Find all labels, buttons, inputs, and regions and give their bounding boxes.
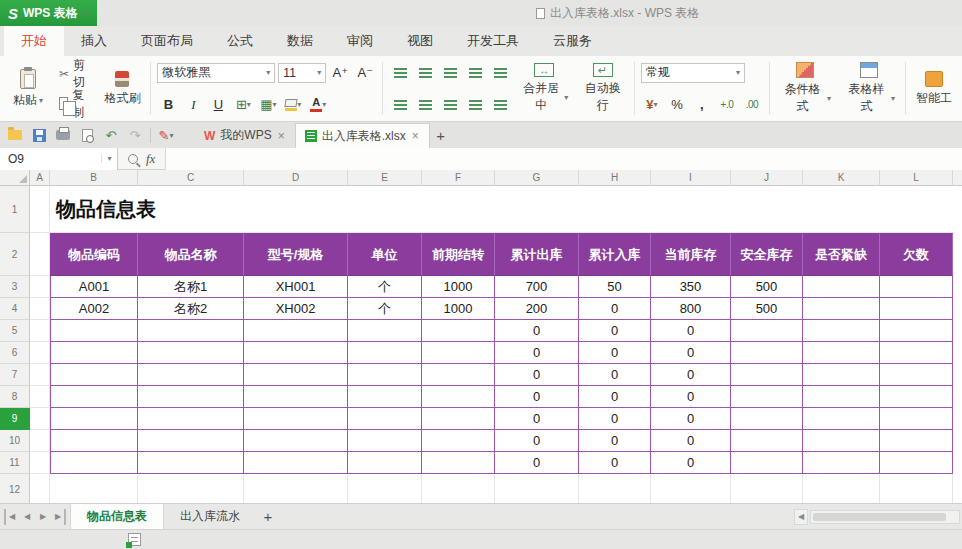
row-header[interactable]: 5 xyxy=(0,320,30,342)
cell[interactable] xyxy=(138,364,244,386)
align-right-button[interactable] xyxy=(439,95,461,115)
cell[interactable] xyxy=(803,298,880,320)
cell[interactable] xyxy=(880,474,953,503)
cell[interactable] xyxy=(422,430,495,452)
sheet-tab[interactable]: 物品信息表 xyxy=(70,504,164,529)
menu-tab[interactable]: 开发工具 xyxy=(450,26,536,56)
cell[interactable] xyxy=(50,430,138,452)
menu-tab[interactable]: 插入 xyxy=(64,26,124,56)
cell[interactable]: 0 xyxy=(579,386,651,408)
cell[interactable]: 0 xyxy=(579,452,651,474)
menu-tab[interactable]: 数据 xyxy=(270,26,330,56)
insert-function-button[interactable]: fx xyxy=(146,151,155,167)
wrap-text-button[interactable]: ↵ 自动换行 xyxy=(577,60,628,118)
row-header[interactable]: 8 xyxy=(0,386,30,408)
cell[interactable] xyxy=(50,452,138,474)
align-left-button[interactable] xyxy=(389,95,411,115)
cell[interactable] xyxy=(30,452,50,474)
table-header-cell[interactable]: 物品编码 xyxy=(50,233,138,276)
cell[interactable] xyxy=(651,474,731,503)
cell[interactable] xyxy=(803,430,880,452)
underline-button[interactable]: U xyxy=(207,95,229,115)
cell[interactable]: 个 xyxy=(348,298,422,320)
previous-sheet-button[interactable]: ◀ xyxy=(20,509,34,525)
cell[interactable] xyxy=(50,408,138,430)
cell[interactable] xyxy=(422,452,495,474)
scroll-left-button[interactable]: ◀ xyxy=(794,509,808,525)
cell[interactable] xyxy=(579,474,651,503)
cell[interactable] xyxy=(138,430,244,452)
cell[interactable] xyxy=(244,364,348,386)
cell[interactable]: 名称2 xyxy=(138,298,244,320)
cell[interactable] xyxy=(880,452,953,474)
cell[interactable] xyxy=(422,364,495,386)
sheet-tab[interactable]: 出入库流水 xyxy=(164,504,256,529)
cell[interactable] xyxy=(731,320,803,342)
decrease-font-size-button[interactable]: A⁻ xyxy=(354,63,376,83)
cell[interactable]: 0 xyxy=(495,342,579,364)
cell[interactable] xyxy=(30,276,50,298)
cell[interactable]: 50 xyxy=(579,276,651,298)
cell[interactable] xyxy=(30,233,50,276)
cell[interactable] xyxy=(348,320,422,342)
cell[interactable] xyxy=(880,276,953,298)
cell[interactable]: 700 xyxy=(495,276,579,298)
cell[interactable]: 500 xyxy=(731,298,803,320)
conditional-format-button[interactable]: 条件格式▾ xyxy=(776,60,835,118)
zoom-icon[interactable] xyxy=(128,154,138,164)
name-box[interactable]: O9 ▾ xyxy=(0,148,118,170)
cell[interactable] xyxy=(880,430,953,452)
cell[interactable] xyxy=(50,342,138,364)
cell[interactable] xyxy=(50,386,138,408)
cell[interactable] xyxy=(731,386,803,408)
cell[interactable]: A002 xyxy=(50,298,138,320)
column-header[interactable]: K xyxy=(803,170,880,186)
font-size-select[interactable]: 11 ▾ xyxy=(278,63,326,83)
cell[interactable] xyxy=(244,320,348,342)
menu-tab[interactable]: 开始 xyxy=(4,26,64,56)
document-tab[interactable]: 出入库表格.xlsx× xyxy=(295,123,430,148)
column-header[interactable]: B xyxy=(50,170,138,186)
table-status-icon[interactable] xyxy=(128,533,141,546)
cell[interactable] xyxy=(880,386,953,408)
sheet-title-cell[interactable]: 物品信息表 xyxy=(50,186,953,233)
cell[interactable] xyxy=(30,342,50,364)
first-sheet-button[interactable]: ◀ xyxy=(4,509,18,525)
cell[interactable] xyxy=(731,452,803,474)
cell[interactable]: A001 xyxy=(50,276,138,298)
cell[interactable]: 0 xyxy=(495,430,579,452)
print-preview-button[interactable] xyxy=(78,126,96,144)
cell[interactable] xyxy=(348,474,422,503)
cell[interactable] xyxy=(30,298,50,320)
cell[interactable] xyxy=(30,408,50,430)
cell[interactable]: 0 xyxy=(651,452,731,474)
cell[interactable]: 0 xyxy=(579,364,651,386)
table-header-cell[interactable]: 单位 xyxy=(348,233,422,276)
cell[interactable]: 0 xyxy=(579,408,651,430)
align-middle-button[interactable] xyxy=(414,63,436,83)
cell[interactable] xyxy=(30,474,50,503)
table-header-cell[interactable]: 型号/规格 xyxy=(244,233,348,276)
cell[interactable] xyxy=(50,320,138,342)
align-top-button[interactable] xyxy=(389,63,411,83)
document-tab[interactable]: W我的WPS× xyxy=(195,123,295,148)
cell[interactable]: 0 xyxy=(495,320,579,342)
cell[interactable] xyxy=(30,320,50,342)
bold-button[interactable]: B xyxy=(157,95,179,115)
increase-font-size-button[interactable]: A⁺ xyxy=(329,63,351,83)
cell[interactable] xyxy=(244,430,348,452)
cell[interactable]: 1000 xyxy=(422,298,495,320)
table-header-cell[interactable]: 前期结转 xyxy=(422,233,495,276)
menu-tab[interactable]: 公式 xyxy=(210,26,270,56)
cell[interactable] xyxy=(803,452,880,474)
increase-indent-button[interactable] xyxy=(489,63,511,83)
cell[interactable] xyxy=(50,474,138,503)
column-header[interactable]: C xyxy=(138,170,244,186)
cell[interactable]: 个 xyxy=(348,276,422,298)
cell[interactable] xyxy=(803,386,880,408)
row-header[interactable]: 2 xyxy=(0,233,30,276)
paste-button[interactable]: 粘贴▾ xyxy=(6,60,50,118)
cell[interactable] xyxy=(803,408,880,430)
cell[interactable] xyxy=(422,474,495,503)
cell[interactable]: 0 xyxy=(579,320,651,342)
